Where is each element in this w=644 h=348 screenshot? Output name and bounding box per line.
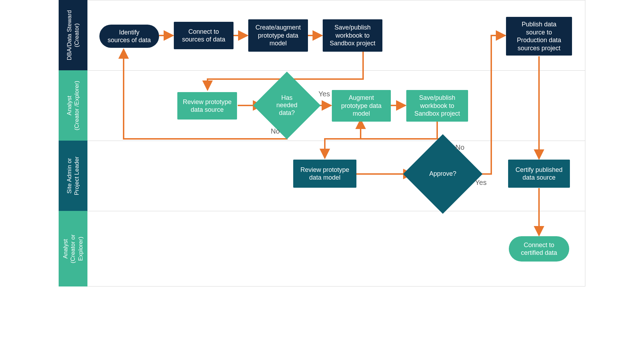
role-dba-label: DBA/Data Steward (Creator): [66, 10, 81, 60]
node-review-model: Review prototype data model: [293, 160, 356, 188]
lane-border-1: [87, 70, 585, 71]
role-admin-label: Site Admin or Project Leader: [66, 156, 81, 195]
node-publish-prod-label: Publish data source to Production data s…: [517, 20, 561, 52]
role-admin: Site Admin or Project Leader: [59, 141, 87, 211]
node-connect-label: Connect to sources of data: [182, 28, 225, 44]
node-save-sandbox-1: Save/publish workbook to Sandbox project: [323, 19, 382, 52]
node-save-sandbox-1-label: Save/publish workbook to Sandbox project: [330, 24, 375, 47]
node-certify-label: Certify published data source: [515, 166, 563, 182]
node-review-src-label: Review prototype data source: [183, 98, 231, 114]
node-create-model: Create/augment prototype data model: [248, 19, 308, 52]
node-augment: Augment prototype data model: [332, 90, 391, 122]
lane-border-3: [87, 211, 585, 211]
node-publish-prod: Publish data source to Production data s…: [506, 17, 572, 56]
node-identify-label: Identify sources of data: [107, 28, 151, 44]
node-connect-cert-label: Connect to certified data: [521, 241, 557, 257]
role-dba: DBA/Data Steward (Creator): [59, 0, 87, 70]
edge-label-no-1: No: [271, 127, 280, 135]
node-has-data: Has needed data?: [263, 82, 311, 129]
role-analyst-1: Analyst (Creator /Explorer): [59, 70, 87, 141]
role-analyst-2-label: Analyst (Creator or Explorer): [62, 234, 84, 263]
lane-border-right: [585, 0, 585, 286]
node-approve-label: Approve?: [429, 170, 456, 178]
edge-label-no-2: No: [455, 143, 465, 152]
node-connect: Connect to sources of data: [174, 22, 234, 49]
role-analyst-2: Analyst (Creator or Explorer): [59, 211, 87, 286]
node-augment-label: Augment prototype data model: [341, 94, 381, 118]
edge-label-yes-1: Yes: [318, 90, 330, 98]
role-analyst-1-label: Analyst (Creator /Explorer): [66, 81, 81, 130]
node-review-model-label: Review prototype data model: [300, 166, 349, 182]
node-connect-cert: Connect to certified data: [509, 236, 569, 262]
lane-border-2: [87, 141, 585, 141]
edge-label-yes-2: Yes: [475, 179, 487, 187]
node-create-model-label: Create/augment prototype data model: [255, 24, 301, 47]
node-save-sandbox-2: Save/publish workbook to Sandbox project: [406, 90, 468, 122]
lane-border-top: [87, 0, 585, 0]
node-review-src: Review prototype data source: [177, 92, 237, 120]
node-approve: Approve?: [415, 146, 471, 202]
node-save-sandbox-2-label: Save/publish workbook to Sandbox project: [414, 94, 460, 118]
node-identify: Identify sources of data: [99, 25, 159, 48]
node-certify: Certify published data source: [508, 160, 570, 188]
swimlane-diagram: DBA/Data Steward (Creator) Analyst (Crea…: [59, 0, 585, 286]
lane-border-bottom: [87, 286, 585, 286]
node-has-data-label: Has needed data?: [276, 94, 297, 117]
